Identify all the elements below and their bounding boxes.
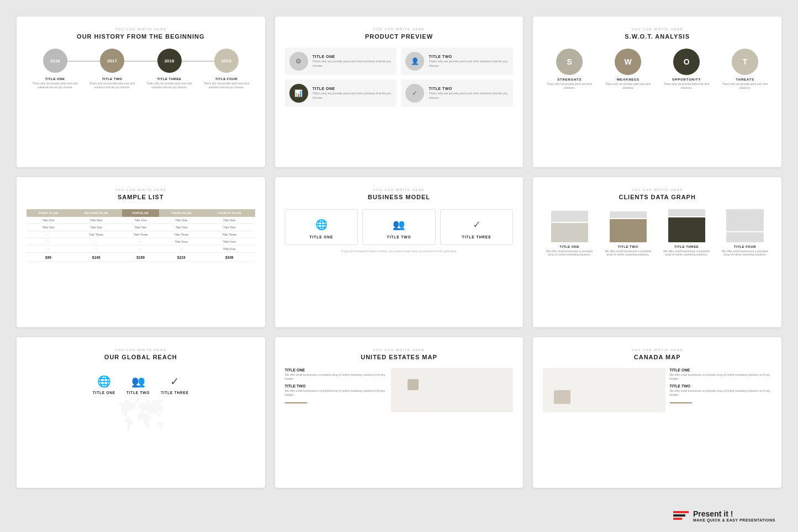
col-header-3: THIRD PLAN (159, 209, 204, 217)
timeline-item-4: 2019 TITLE FOUR That's why we provide po… (198, 49, 255, 89)
col-header-popular: POPULAR (122, 209, 159, 217)
map-content: TITLE ONE We offer small businesses a co… (285, 368, 514, 412)
swot-circle-w: W (615, 49, 641, 75)
bar-4-top (726, 209, 763, 231)
timeline-item-3: 2018 TITLE THREE That's why we provide p… (141, 49, 198, 89)
swot-item-w: W WEAKNESS That's why we provide point a… (601, 49, 654, 90)
timeline-item-2: 2017 TITLE TWO That's why we provide poi… (83, 49, 140, 89)
slide5-title: BUSINESS MODEL (368, 194, 430, 200)
canada-map-text: TITLE ONE We offer small businesses a co… (670, 368, 771, 403)
footer-bar-2 (673, 514, 685, 517)
map-divider (285, 402, 307, 403)
product-text-2: TITLE TWO That's why we provide point an… (429, 55, 509, 68)
table-row: - - - Title Four Title Four (27, 238, 255, 245)
slide2-title: PRODUCT PREVIEW (365, 33, 433, 40)
product-icon-3: 📊 (289, 84, 308, 103)
graph-col-3: TITLE THREE We offer small businesses a … (660, 209, 713, 257)
product-grid: ⚙ TITLE ONE That's why we provide point … (285, 47, 514, 107)
check-icon: ✓ (170, 375, 179, 388)
us-map-highlight (408, 379, 419, 390)
canada-map-highlight (554, 390, 570, 404)
col-header-1: FIRST PLAN (27, 209, 70, 217)
bar-4-main (726, 232, 763, 242)
bar-1-top (551, 211, 588, 222)
slide-swot: YOU CAN WRITE HERE S.W.O.T. ANALYSIS S S… (533, 17, 781, 167)
slide5-subtitle: YOU CAN WRITE HERE (373, 188, 425, 191)
product-text-3: TITLE ONE That's why we provide point an… (313, 87, 393, 100)
slide6-title: CLIENTS DATA GRAPH (619, 194, 695, 200)
slide-grid: YOU CAN WRITE HERE OUR HISTORY FROM THE … (0, 0, 798, 532)
us-map-shape (391, 368, 513, 412)
swot-circle-o: O (673, 49, 700, 75)
bar-3-main (668, 217, 705, 242)
footer: Present it ! MAKE QUICK & EASY PRESENTAT… (665, 499, 798, 532)
bar-2-main (610, 219, 647, 242)
slide9-subtitle: YOU CAN WRITE HERE (631, 348, 683, 352)
timeline-circle-1: 2016 (43, 49, 67, 73)
slide-product-preview: YOU CAN WRITE HERE PRODUCT PREVIEW ⚙ TIT… (275, 17, 524, 167)
col-header-4: FOURTH PLAN (204, 209, 255, 217)
global-item-3: ✓ TITLE THREE (161, 375, 189, 395)
graph-col-1: TITLE ONE We offer small businesses a co… (543, 209, 596, 257)
footer-bars (673, 511, 689, 520)
bar-container-2 (601, 209, 654, 242)
biz-icon-2: 👥 (393, 219, 405, 231)
slide4-title: SAMPLE LIST (118, 194, 164, 200)
swot-item-s: S STRENGHTS That's why we provide point … (543, 49, 596, 90)
business-footnote: To get your company's name out there, yo… (341, 249, 457, 253)
bar-container-3 (660, 209, 713, 242)
product-item-4: ✓ TITLE TWO That's why we provide point … (401, 79, 513, 107)
table-row: - Title Three Title Three Title Three Ti… (27, 231, 255, 238)
slide8-title: UNITED ESTATES MAP (361, 354, 437, 360)
biz-item-2: 👥 TITLE TWO (362, 209, 436, 245)
us-map-visual (391, 368, 513, 412)
timeline-circle-3: 2018 (157, 49, 182, 73)
bar-3-top (668, 209, 705, 217)
slide2-subtitle: YOU CAN WRITE HERE (373, 28, 425, 31)
bar-2-top (610, 211, 647, 218)
map-text: TITLE ONE We offer small businesses a co… (285, 368, 387, 403)
canada-map-content: TITLE ONE We offer small businesses a co… (543, 368, 771, 412)
footer-text: Present it ! MAKE QUICK & EASY PRESENTAT… (693, 509, 775, 522)
slide1-subtitle: YOU CAN WRITE HERE (115, 28, 167, 31)
slide3-title: S.W.O.T. ANALYSIS (625, 33, 690, 40)
slide-canada-map: YOU CAN WRITE HERE CANADA MAP TITLE ONE … (533, 337, 781, 488)
bar-container-1 (543, 209, 596, 242)
slide-business-model: YOU CAN WRITE HERE BUSINESS MODEL 🌐 TITL… (275, 177, 524, 328)
swot-circle-s: S (556, 49, 583, 75)
people-icon: 👥 (131, 375, 145, 388)
timeline: 2016 TITLE ONE That's why we provide poi… (27, 49, 255, 89)
product-text-1: TITLE ONE That's why we provide point an… (313, 55, 393, 68)
swot-row: S STRENGHTS That's why we provide point … (543, 49, 771, 90)
business-grid: 🌐 TITLE ONE 👥 TITLE TWO ✓ TITLE THREE (285, 209, 514, 245)
global-icons: 🌐 TITLE ONE 👥 TITLE TWO ✓ TITLE THREE (93, 375, 189, 395)
swot-circle-t: T (732, 49, 758, 75)
product-item-2: 👤 TITLE TWO That's why we provide point … (401, 47, 513, 75)
swot-item-o: O OPPORTUNITY That's why we provide poin… (660, 49, 713, 90)
slide-global-reach: 🗺 YOU CAN WRITE HERE OUR GLOBAL REACH 🌐 … (17, 337, 265, 488)
swot-item-t: T THREATS That's why we provide point an… (718, 49, 771, 90)
graph-row: TITLE ONE We offer small businesses a co… (543, 209, 771, 257)
timeline-circle-4: 2019 (214, 49, 239, 73)
footer-bar-1 (673, 511, 689, 513)
table-row: Title One Title One Title One Title One … (27, 217, 255, 224)
slide6-subtitle: YOU CAN WRITE HERE (631, 188, 683, 191)
pricing-table: FIRST PLAN SECOND PLAN POPULAR THIRD PLA… (27, 209, 255, 262)
table-row: - - - - Title Five (27, 245, 255, 252)
slide-us-map: YOU CAN WRITE HERE UNITED ESTATES MAP TI… (275, 337, 524, 488)
slide-clients-graph: YOU CAN WRITE HERE CLIENTS DATA GRAPH TI… (533, 177, 781, 328)
canada-map-divider (670, 402, 692, 403)
graph-col-4: TITLE FOUR We offer small businesses a c… (718, 209, 771, 257)
global-item-1: 🌐 TITLE ONE (93, 375, 115, 395)
slide1-title: OUR HISTORY FROM THE BEGINNING (77, 33, 204, 40)
slide8-subtitle: YOU CAN WRITE HERE (373, 348, 425, 352)
footer-bar-3 (673, 518, 682, 520)
product-icon-2: 👤 (405, 52, 424, 71)
biz-icon-3: ✓ (473, 219, 481, 231)
biz-item-3: ✓ TITLE THREE (440, 209, 514, 245)
footer-logo-icon (673, 511, 689, 520)
product-item-3: 📊 TITLE ONE That's why we provide point … (285, 79, 397, 107)
global-item-2: 👥 TITLE TWO (126, 375, 150, 395)
graph-col-2: TITLE TWO We offer small businesses a co… (601, 209, 654, 257)
product-icon-4: ✓ (405, 84, 424, 103)
